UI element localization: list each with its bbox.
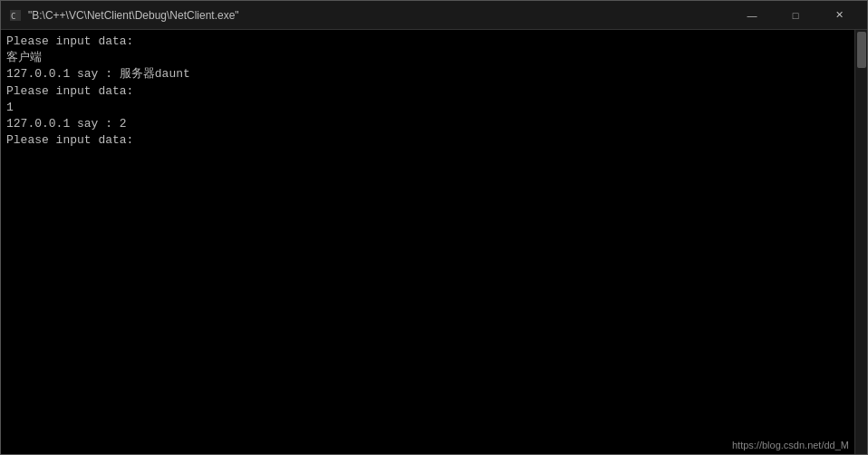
minimize-button[interactable]: — — [731, 1, 773, 30]
watermark: https://blog.csdn.net/dd_M — [732, 440, 849, 450]
close-button[interactable]: ✕ — [818, 1, 860, 30]
scrollbar[interactable] — [854, 30, 867, 454]
title-bar-left: C "B:\C++\VC\NetClient\Debug\NetClient.e… — [8, 8, 239, 23]
maximize-button[interactable]: □ — [775, 1, 816, 30]
main-window: C "B:\C++\VC\NetClient\Debug\NetClient.e… — [0, 0, 868, 455]
title-bar: C "B:\C++\VC\NetClient\Debug\NetClient.e… — [1, 1, 867, 30]
console-content: Please input data: 客户端 127.0.0.1 say : 服… — [1, 30, 854, 454]
console-output: Please input data: 客户端 127.0.0.1 say : 服… — [6, 34, 849, 149]
window-controls: — □ ✕ — [731, 1, 860, 30]
console-area: Please input data: 客户端 127.0.0.1 say : 服… — [1, 30, 867, 454]
scrollbar-thumb[interactable] — [857, 32, 866, 68]
svg-text:C: C — [11, 12, 15, 21]
terminal-icon: C — [8, 8, 23, 23]
window-title: "B:\C++\VC\NetClient\Debug\NetClient.exe… — [28, 9, 239, 22]
